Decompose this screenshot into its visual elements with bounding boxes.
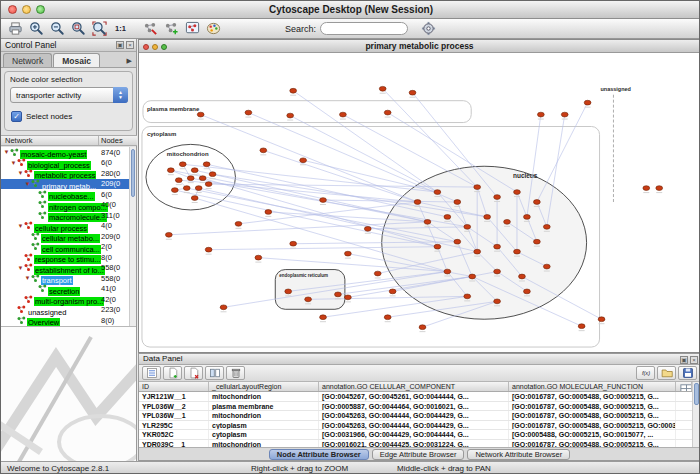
open-folder-icon[interactable] <box>657 366 676 380</box>
select-nodes-label: Select nodes <box>26 112 72 121</box>
data-panel: Data Panel ▣ × f(x) ID_cellularLayoutReg… <box>138 353 700 461</box>
tree-expand-icon[interactable]: ▼ <box>24 275 31 281</box>
tree-row-node-count: 311(0 <box>101 211 120 220</box>
save-icon[interactable] <box>678 366 697 380</box>
close-panel-icon[interactable]: × <box>126 41 134 49</box>
tree-row-node-count: 42(0 <box>101 295 116 304</box>
column-settings-icon[interactable] <box>205 366 224 380</box>
tree-scrollbar[interactable] <box>129 147 136 326</box>
tree-header-network: Network <box>5 136 33 146</box>
svg-text:plasma membrane: plasma membrane <box>147 106 200 112</box>
window-titlebar: Cytoscape Desktop (New Session) <box>1 1 700 19</box>
table-scrollbar[interactable] <box>692 382 700 447</box>
column-header-id[interactable]: ID <box>139 382 209 391</box>
status-zoom-hint: Right-click + drag to ZOOM <box>251 462 348 474</box>
control-panel-header: Control Panel ▣ × <box>1 39 136 52</box>
tree-row-unassigned[interactable]: unassigned223(0 <box>1 305 130 316</box>
tree-expand-icon[interactable]: ▼ <box>17 223 24 229</box>
table-row-yjr121w-1[interactable]: YJR121W__1mitochondrion[GO:0045267, GO:0… <box>139 392 692 402</box>
table-row-ykr052c[interactable]: YKR052Ccytoplasm[GO:0031966, GO:0044429,… <box>139 430 692 440</box>
table-cell: [GO:0016021, GO:0044425, GO:0031224, G..… <box>319 440 509 448</box>
tree-expand-icon[interactable]: ▼ <box>10 160 17 166</box>
cytoscape-window: Cytoscape Desktop (New Session) 1:1 Sear… <box>0 0 700 474</box>
network-icon <box>17 316 26 325</box>
svg-text:f(x): f(x) <box>641 370 649 376</box>
column-header-cellularlayoutregion[interactable]: _cellularLayoutRegion <box>209 382 319 391</box>
svg-text:endoplasmic reticulum: endoplasmic reticulum <box>279 274 328 279</box>
network-icon <box>17 305 26 314</box>
select-attributes-icon[interactable] <box>142 366 161 380</box>
tab-mosaic[interactable]: Mosaic <box>53 53 100 67</box>
vizmapper-icon[interactable] <box>203 20 223 38</box>
column-header-annotation-go-cellular-component[interactable]: annotation.GO CELLULAR_COMPONENT <box>319 382 509 391</box>
formula-icon[interactable]: f(x) <box>636 366 655 380</box>
unhide-all-icon[interactable] <box>161 20 181 38</box>
search-input[interactable] <box>320 22 408 35</box>
svg-text:nucleus: nucleus <box>513 172 538 179</box>
tab-mosaic-label: Mosaic <box>62 56 91 66</box>
tree-expand-icon[interactable]: ▼ <box>17 170 24 176</box>
printer-icon[interactable] <box>5 20 25 38</box>
table-cell: [GO:0016787, GO:0005488, GO:0005215, G..… <box>509 411 676 420</box>
network-icon <box>24 253 33 262</box>
search-settings-icon[interactable] <box>418 20 438 38</box>
tree-scrollbar-thumb[interactable] <box>131 149 135 197</box>
zoom-out-icon[interactable] <box>47 20 67 38</box>
node-color-dropdown[interactable]: transporter activity ▲▼ <box>10 87 128 103</box>
tree-row-overview[interactable]: Overview8(0) <box>1 315 130 326</box>
table-scrollbar-thumb[interactable] <box>694 383 699 405</box>
tab-network-attribute-browser[interactable]: Network Attribute Browser <box>467 449 570 460</box>
table-row-ypl036w-2[interactable]: YPL036W__2plasma membrane[GO:0005887, GO… <box>139 402 692 412</box>
tab-edge-attribute-browser[interactable]: Edge Attribute Browser <box>372 449 465 460</box>
toolbar-group-mid <box>140 20 223 38</box>
table-cell: [GO:0005488, GO:0005215, GO:0015077, ... <box>509 430 676 439</box>
float-panel-icon[interactable]: ▣ <box>116 41 124 49</box>
delete-attribute-icon[interactable] <box>184 366 203 380</box>
overview-graphic <box>1 327 136 461</box>
table-row-ydr039c-1[interactable]: YDR039C__1mitochondrion[GO:0016021, GO:0… <box>139 440 692 448</box>
table-row-ypl036w-1[interactable]: YPL036W__1mitochondrion[GO:0045263, GO:0… <box>139 411 692 421</box>
data-panel-toolbar: f(x) <box>139 365 700 382</box>
tree-row-node-count: 874(0 <box>101 148 120 157</box>
close-data-panel-icon[interactable]: × <box>690 356 698 364</box>
dropdown-arrows-icon: ▲▼ <box>113 87 128 103</box>
table-cell: [GO:0045263, GO:0044444, GO:0044429, G..… <box>319 411 509 420</box>
tab-scroll-right-icon[interactable]: ▶ <box>123 57 136 67</box>
svg-text:cytoplasm: cytoplasm <box>147 131 176 137</box>
data-panel-header: Data Panel ▣ × <box>139 354 700 365</box>
zoom-one-to-one-icon[interactable]: 1:1 <box>110 20 130 38</box>
frame-close-icon[interactable] <box>143 44 149 50</box>
frame-minimize-icon[interactable] <box>152 44 158 50</box>
table-cell: [GO:0045267, GO:0045261, GO:0044444, G..… <box>319 392 509 401</box>
tab-network[interactable]: Network <box>3 53 52 67</box>
table-row-ylr295c[interactable]: YLR295Ccytoplasm[GO:0045263, GO:0044444,… <box>139 421 692 431</box>
network-graph[interactable]: plasma membranecytoplasmmitochondrionnuc… <box>139 53 700 352</box>
frame-maximize-icon[interactable] <box>161 44 167 50</box>
tree-row-node-count: 209(0 <box>101 179 120 188</box>
create-attribute-icon[interactable] <box>163 366 182 380</box>
tree-expand-icon[interactable]: ▼ <box>17 265 24 271</box>
table-cell: [GO:0031966, GO:0044429, GO:0044444, G..… <box>319 430 509 439</box>
network-icon <box>31 274 40 283</box>
tab-node-attribute-browser[interactable]: Node Attribute Browser <box>269 449 369 460</box>
trash-icon[interactable] <box>226 366 245 380</box>
table-cell: YJR121W__1 <box>139 392 209 401</box>
search-label: Search: <box>285 24 316 34</box>
table-cell: mitochondrion <box>209 392 319 401</box>
float-data-panel-icon[interactable]: ▣ <box>680 356 688 364</box>
tree-expand-icon[interactable]: ▼ <box>3 149 10 155</box>
column-header-annotation-go-molecular-function[interactable]: annotation.GO MOLECULAR_FUNCTION <box>509 382 676 391</box>
zoom-selected-icon[interactable] <box>68 20 88 38</box>
network-view-titlebar[interactable]: primary metabolic process <box>139 40 700 53</box>
network-canvas[interactable]: plasma membranecytoplasmmitochondrionnuc… <box>139 53 700 352</box>
zoom-fit-icon[interactable] <box>89 20 109 38</box>
table-icon[interactable] <box>676 382 692 391</box>
zoom-in-icon[interactable] <box>26 20 46 38</box>
attribute-table-body: YJR121W__1mitochondrion[GO:0045267, GO:0… <box>139 392 692 447</box>
new-network-from-selection-icon[interactable] <box>182 20 202 38</box>
tree-expand-icon[interactable]: ▼ <box>24 181 31 187</box>
tree-row-node-count: 8(0) <box>101 316 114 325</box>
hide-selected-icon[interactable] <box>140 20 160 38</box>
select-nodes-checkbox[interactable]: ✓ <box>11 111 22 122</box>
table-cell: plasma membrane <box>209 402 319 411</box>
